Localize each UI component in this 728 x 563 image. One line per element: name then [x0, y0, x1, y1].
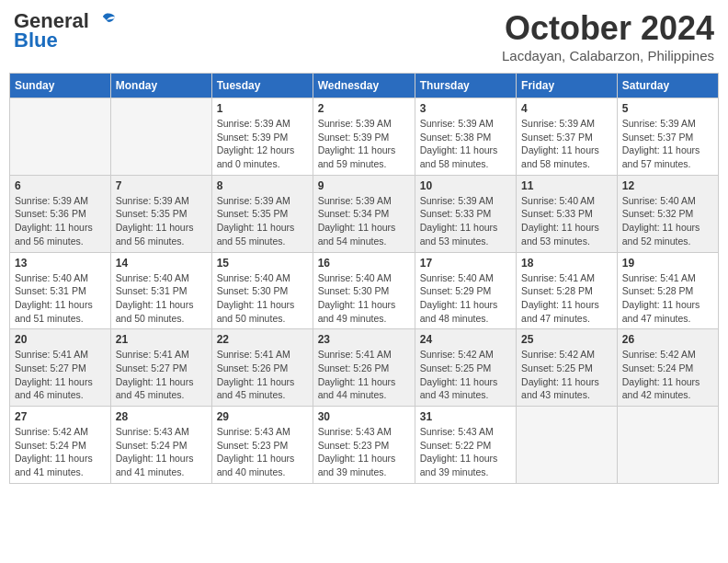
day-number: 23 — [318, 333, 410, 346]
day-info: Sunrise: 5:41 AM Sunset: 5:26 PM Dayligh… — [318, 348, 410, 402]
day-number: 6 — [15, 179, 106, 192]
day-info: Sunrise: 5:43 AM Sunset: 5:24 PM Dayligh… — [116, 425, 207, 479]
day-info: Sunrise: 5:42 AM Sunset: 5:24 PM Dayligh… — [622, 348, 713, 402]
day-number: 2 — [318, 102, 410, 115]
day-info: Sunrise: 5:42 AM Sunset: 5:24 PM Dayligh… — [15, 425, 106, 479]
day-number: 9 — [318, 179, 410, 192]
day-info: Sunrise: 5:41 AM Sunset: 5:27 PM Dayligh… — [15, 348, 106, 402]
calendar-cell: 26Sunrise: 5:42 AM Sunset: 5:24 PM Dayli… — [617, 329, 718, 407]
day-info: Sunrise: 5:43 AM Sunset: 5:23 PM Dayligh… — [318, 425, 410, 479]
calendar-cell: 22Sunrise: 5:41 AM Sunset: 5:26 PM Dayli… — [211, 329, 313, 407]
week-row-1: 1Sunrise: 5:39 AM Sunset: 5:39 PM Daylig… — [10, 98, 719, 176]
month-title: October 2024 — [502, 9, 714, 48]
calendar-cell: 23Sunrise: 5:41 AM Sunset: 5:26 PM Dayli… — [313, 329, 415, 407]
day-number: 12 — [622, 179, 713, 192]
day-info: Sunrise: 5:39 AM Sunset: 5:33 PM Dayligh… — [420, 194, 511, 248]
day-info: Sunrise: 5:39 AM Sunset: 5:35 PM Dayligh… — [116, 194, 207, 248]
day-number: 5 — [622, 102, 713, 115]
week-row-5: 27Sunrise: 5:42 AM Sunset: 5:24 PM Dayli… — [10, 407, 719, 484]
day-info: Sunrise: 5:40 AM Sunset: 5:30 PM Dayligh… — [318, 271, 410, 326]
day-number: 25 — [521, 333, 612, 346]
day-number: 1 — [217, 102, 308, 115]
day-number: 14 — [116, 257, 207, 270]
day-number: 16 — [318, 257, 410, 270]
col-wednesday: Wednesday — [313, 74, 415, 98]
calendar-cell: 25Sunrise: 5:42 AM Sunset: 5:25 PM Dayli… — [517, 329, 618, 407]
calendar-cell: 28Sunrise: 5:43 AM Sunset: 5:24 PM Dayli… — [110, 407, 211, 484]
calendar-table: Sunday Monday Tuesday Wednesday Thursday… — [9, 73, 719, 484]
day-number: 18 — [521, 257, 612, 270]
logo-bird-icon — [91, 11, 117, 31]
day-number: 27 — [15, 410, 106, 423]
day-info: Sunrise: 5:40 AM Sunset: 5:30 PM Dayligh… — [217, 271, 308, 326]
calendar-cell: 4Sunrise: 5:39 AM Sunset: 5:37 PM Daylig… — [517, 98, 618, 176]
calendar-cell: 16Sunrise: 5:40 AM Sunset: 5:30 PM Dayli… — [313, 252, 415, 329]
day-number: 20 — [15, 333, 106, 346]
day-info: Sunrise: 5:42 AM Sunset: 5:25 PM Dayligh… — [521, 348, 612, 402]
col-saturday: Saturday — [617, 74, 718, 98]
calendar-cell — [10, 98, 111, 176]
calendar-cell: 31Sunrise: 5:43 AM Sunset: 5:22 PM Dayli… — [415, 407, 516, 484]
calendar-body: 1Sunrise: 5:39 AM Sunset: 5:39 PM Daylig… — [10, 98, 719, 484]
day-info: Sunrise: 5:39 AM Sunset: 5:38 PM Dayligh… — [420, 117, 511, 171]
calendar-header: Sunday Monday Tuesday Wednesday Thursday… — [10, 74, 719, 98]
calendar-cell: 27Sunrise: 5:42 AM Sunset: 5:24 PM Dayli… — [10, 407, 111, 484]
title-section: October 2024 Lacdayan, Calabarzon, Phili… — [502, 9, 714, 63]
col-thursday: Thursday — [415, 74, 516, 98]
calendar-cell: 30Sunrise: 5:43 AM Sunset: 5:23 PM Dayli… — [313, 407, 415, 484]
day-number: 28 — [116, 410, 207, 423]
day-info: Sunrise: 5:40 AM Sunset: 5:31 PM Dayligh… — [15, 271, 106, 326]
calendar-cell: 14Sunrise: 5:40 AM Sunset: 5:31 PM Dayli… — [110, 252, 211, 329]
day-number: 4 — [521, 102, 612, 115]
day-info: Sunrise: 5:39 AM Sunset: 5:35 PM Dayligh… — [217, 194, 308, 248]
calendar-cell — [617, 407, 718, 484]
day-number: 11 — [521, 179, 612, 192]
day-info: Sunrise: 5:40 AM Sunset: 5:33 PM Dayligh… — [521, 194, 612, 248]
calendar-cell: 13Sunrise: 5:40 AM Sunset: 5:31 PM Dayli… — [10, 252, 111, 329]
day-number: 3 — [420, 102, 511, 115]
day-number: 22 — [217, 333, 308, 346]
day-number: 21 — [116, 333, 207, 346]
day-info: Sunrise: 5:41 AM Sunset: 5:26 PM Dayligh… — [217, 348, 308, 402]
day-number: 24 — [420, 333, 511, 346]
calendar-cell: 12Sunrise: 5:40 AM Sunset: 5:32 PM Dayli… — [617, 175, 718, 252]
col-friday: Friday — [517, 74, 618, 98]
day-number: 26 — [622, 333, 713, 346]
calendar-cell — [110, 98, 211, 176]
calendar-cell: 15Sunrise: 5:40 AM Sunset: 5:30 PM Dayli… — [211, 252, 313, 329]
day-info: Sunrise: 5:39 AM Sunset: 5:37 PM Dayligh… — [521, 117, 612, 171]
day-number: 10 — [420, 179, 511, 192]
logo: General Blue — [14, 9, 117, 52]
calendar-cell: 18Sunrise: 5:41 AM Sunset: 5:28 PM Dayli… — [517, 252, 618, 329]
calendar-cell: 20Sunrise: 5:41 AM Sunset: 5:27 PM Dayli… — [10, 329, 111, 407]
day-info: Sunrise: 5:40 AM Sunset: 5:31 PM Dayligh… — [116, 271, 207, 326]
day-info: Sunrise: 5:39 AM Sunset: 5:39 PM Dayligh… — [217, 117, 308, 171]
day-number: 8 — [217, 179, 308, 192]
calendar-cell: 6Sunrise: 5:39 AM Sunset: 5:36 PM Daylig… — [10, 175, 111, 252]
calendar-cell: 2Sunrise: 5:39 AM Sunset: 5:39 PM Daylig… — [313, 98, 415, 176]
calendar-cell: 8Sunrise: 5:39 AM Sunset: 5:35 PM Daylig… — [211, 175, 313, 252]
day-info: Sunrise: 5:43 AM Sunset: 5:22 PM Dayligh… — [420, 425, 511, 479]
col-sunday: Sunday — [10, 74, 111, 98]
day-number: 29 — [217, 410, 308, 423]
week-row-4: 20Sunrise: 5:41 AM Sunset: 5:27 PM Dayli… — [10, 329, 719, 407]
page-header: General Blue October 2024 Lacdayan, Cala… — [9, 9, 719, 63]
day-number: 19 — [622, 257, 713, 270]
day-number: 17 — [420, 257, 511, 270]
calendar-cell: 11Sunrise: 5:40 AM Sunset: 5:33 PM Dayli… — [517, 175, 618, 252]
calendar-cell: 21Sunrise: 5:41 AM Sunset: 5:27 PM Dayli… — [110, 329, 211, 407]
week-row-3: 13Sunrise: 5:40 AM Sunset: 5:31 PM Dayli… — [10, 252, 719, 329]
day-info: Sunrise: 5:39 AM Sunset: 5:36 PM Dayligh… — [15, 194, 106, 248]
calendar-cell: 5Sunrise: 5:39 AM Sunset: 5:37 PM Daylig… — [617, 98, 718, 176]
header-row: Sunday Monday Tuesday Wednesday Thursday… — [10, 74, 719, 98]
calendar-cell: 10Sunrise: 5:39 AM Sunset: 5:33 PM Dayli… — [415, 175, 516, 252]
day-info: Sunrise: 5:43 AM Sunset: 5:23 PM Dayligh… — [217, 425, 308, 479]
day-number: 30 — [318, 410, 410, 423]
calendar-cell: 1Sunrise: 5:39 AM Sunset: 5:39 PM Daylig… — [211, 98, 313, 176]
day-info: Sunrise: 5:40 AM Sunset: 5:32 PM Dayligh… — [622, 194, 713, 248]
calendar-cell: 17Sunrise: 5:40 AM Sunset: 5:29 PM Dayli… — [415, 252, 516, 329]
day-info: Sunrise: 5:39 AM Sunset: 5:37 PM Dayligh… — [622, 117, 713, 171]
day-info: Sunrise: 5:40 AM Sunset: 5:29 PM Dayligh… — [420, 271, 511, 326]
day-info: Sunrise: 5:41 AM Sunset: 5:28 PM Dayligh… — [622, 271, 713, 326]
week-row-2: 6Sunrise: 5:39 AM Sunset: 5:36 PM Daylig… — [10, 175, 719, 252]
